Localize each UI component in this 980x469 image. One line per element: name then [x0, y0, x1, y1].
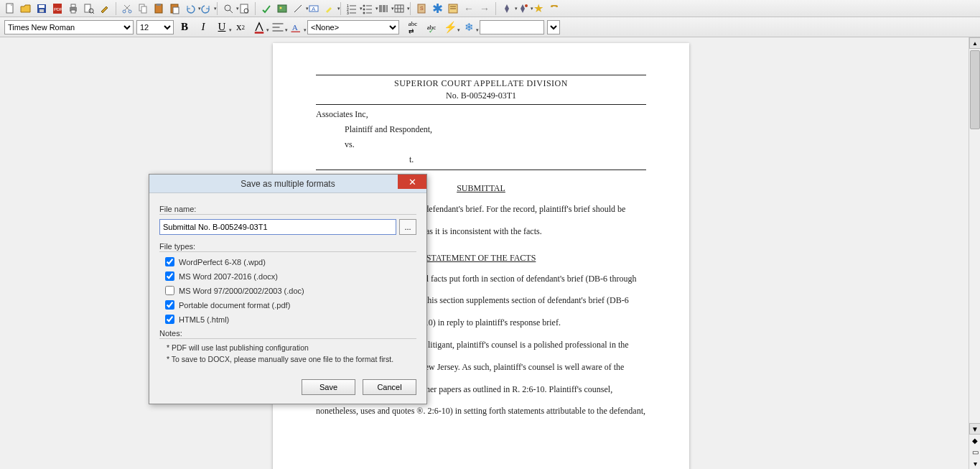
- filetype-docx-label: MS Word 2007-2016 (.docx): [179, 272, 278, 281]
- highlight-icon[interactable]: ▾: [322, 1, 337, 16]
- abc-check-button[interactable]: abc✓: [424, 19, 439, 35]
- cancel-button[interactable]: Cancel: [363, 379, 416, 395]
- forward-icon[interactable]: →: [477, 1, 492, 16]
- font-size-select[interactable]: 12: [136, 20, 174, 34]
- dialog-titlebar[interactable]: Save as multiple formats ✕: [149, 175, 426, 193]
- save-button[interactable]: Save: [302, 379, 355, 395]
- rocket2-icon[interactable]: ▾: [515, 1, 530, 16]
- facts-line7: nonetheless, uses and quotes ®. 2:6-10) …: [316, 403, 646, 419]
- phone-icon[interactable]: [547, 1, 561, 16]
- superscript-button[interactable]: x2: [233, 19, 248, 35]
- paste-icon[interactable]: [151, 1, 166, 16]
- svg-rect-9: [85, 4, 90, 12]
- filetype-pdf-checkbox[interactable]: [165, 300, 174, 310]
- scroll-thumb[interactable]: [970, 50, 980, 129]
- svg-point-41: [363, 11, 365, 14]
- abc-case-button[interactable]: abc⇄: [405, 19, 421, 35]
- paste-special-icon[interactable]: [167, 1, 182, 16]
- filename-input[interactable]: [159, 219, 396, 235]
- zoom-icon[interactable]: ▾: [221, 1, 235, 16]
- svg-rect-21: [173, 7, 179, 14]
- filetype-doc-label: MS Word 97/2000/2002/2003 (.doc): [179, 287, 304, 295]
- plaintiff-role: Plaintiff and Respondent,: [345, 124, 646, 135]
- browse-button[interactable]: ...: [399, 219, 416, 235]
- lightning-button[interactable]: ⚡▾: [442, 19, 458, 35]
- table-icon[interactable]: ▾: [392, 1, 406, 16]
- print-icon[interactable]: [66, 1, 80, 16]
- brush-icon[interactable]: [98, 1, 112, 16]
- svg-text:A: A: [312, 6, 316, 12]
- line-icon[interactable]: ▾: [291, 1, 305, 16]
- book-icon[interactable]: S: [414, 1, 429, 16]
- open-icon[interactable]: [19, 1, 33, 16]
- filetype-pdf-label: Portable document format (.pdf): [179, 301, 290, 310]
- page-layout-icon[interactable]: ▭: [969, 446, 980, 458]
- bold-button[interactable]: B: [177, 19, 192, 35]
- italic-button[interactable]: I: [195, 19, 211, 35]
- svg-point-13: [129, 10, 131, 13]
- filetype-doc-checkbox[interactable]: [165, 286, 174, 295]
- rocket-icon[interactable]: ▾: [500, 1, 514, 16]
- font-name-select[interactable]: Times New Roman: [4, 20, 134, 34]
- svg-point-22: [225, 5, 230, 11]
- goto-icon[interactable]: [237, 1, 251, 16]
- filetype-docx-row[interactable]: MS Word 2007-2016 (.docx): [165, 271, 416, 281]
- columns-icon[interactable]: ▾: [376, 1, 391, 16]
- dialog-title: Save as multiple formats: [241, 179, 335, 189]
- new-doc-icon[interactable]: [3, 1, 17, 16]
- numbered-list-icon[interactable]: 123▾: [345, 1, 359, 16]
- textbox-icon[interactable]: A: [307, 1, 321, 16]
- svg-rect-44: [383, 5, 386, 12]
- svg-line-23: [230, 10, 233, 13]
- filetypes-label: File types:: [159, 242, 416, 252]
- underline-button[interactable]: U▾: [214, 19, 230, 35]
- close-icon[interactable]: ✕: [398, 175, 426, 189]
- snowflake-button[interactable]: ❄▾: [461, 19, 477, 35]
- undo-icon[interactable]: ▾: [183, 1, 197, 16]
- cut-icon[interactable]: [120, 1, 134, 16]
- search-input[interactable]: [480, 20, 544, 34]
- page-nav-icon[interactable]: ◆: [969, 435, 980, 446]
- line-spacing-button[interactable]: A▾: [289, 19, 304, 35]
- svg-text:A: A: [292, 22, 299, 31]
- search-dropdown[interactable]: [547, 20, 560, 34]
- save-icon[interactable]: [34, 1, 49, 16]
- favorite-icon[interactable]: ★: [531, 1, 546, 16]
- macro-icon[interactable]: [446, 1, 460, 16]
- page-down-icon[interactable]: ▾: [969, 458, 980, 469]
- filetype-html-checkbox[interactable]: [165, 315, 174, 324]
- facts-line2: n of this section supplements section of…: [409, 292, 646, 309]
- pdf-icon[interactable]: PDF: [50, 1, 65, 16]
- redo-icon[interactable]: ▾: [199, 1, 213, 16]
- spellcheck-icon[interactable]: [259, 1, 274, 16]
- svg-line-15: [124, 5, 129, 10]
- svg-point-12: [123, 10, 126, 13]
- filetype-html-row[interactable]: HTML5 (.html): [165, 315, 416, 324]
- filetype-wpd-row[interactable]: WordPerfect 6-X8 (.wpd): [165, 257, 416, 266]
- font-color-button[interactable]: ▾: [251, 19, 267, 35]
- asterisk-icon[interactable]: ✱: [430, 1, 444, 16]
- svg-rect-8: [71, 10, 75, 13]
- back-icon[interactable]: ←: [462, 1, 476, 16]
- workspace: SUPERIOR COURT APPELLATE DIVISION No. B-…: [0, 37, 969, 469]
- svg-line-28: [294, 5, 302, 12]
- print-preview-icon[interactable]: [82, 1, 96, 16]
- bullet-list-icon[interactable]: ▾: [360, 1, 375, 16]
- vertical-scrollbar[interactable]: ▲ ▼ ◆ ▭ ▾: [969, 37, 980, 469]
- svg-point-55: [525, 4, 528, 7]
- scroll-down-arrow[interactable]: ▼: [969, 423, 980, 435]
- svg-text:S: S: [420, 6, 424, 11]
- align-button[interactable]: ▾: [270, 19, 286, 35]
- copy-icon[interactable]: [136, 1, 150, 16]
- filetype-wpd-checkbox[interactable]: [165, 257, 174, 266]
- image-icon[interactable]: [275, 1, 289, 16]
- facts-line4: ro se litigant, plaintiff's counsel is a…: [409, 337, 646, 353]
- filetype-doc-row[interactable]: MS Word 97/2000/2002/2003 (.doc): [165, 286, 416, 295]
- styles-select[interactable]: <None>: [307, 20, 399, 34]
- filetype-html-label: HTML5 (.html): [179, 315, 229, 324]
- filetype-pdf-row[interactable]: Portable document format (.pdf): [165, 300, 416, 310]
- filetype-docx-checkbox[interactable]: [165, 271, 174, 281]
- scroll-up-arrow[interactable]: ▲: [969, 37, 980, 49]
- svg-rect-56: [255, 32, 264, 34]
- case-number: No. B-005249-03T1: [316, 90, 646, 101]
